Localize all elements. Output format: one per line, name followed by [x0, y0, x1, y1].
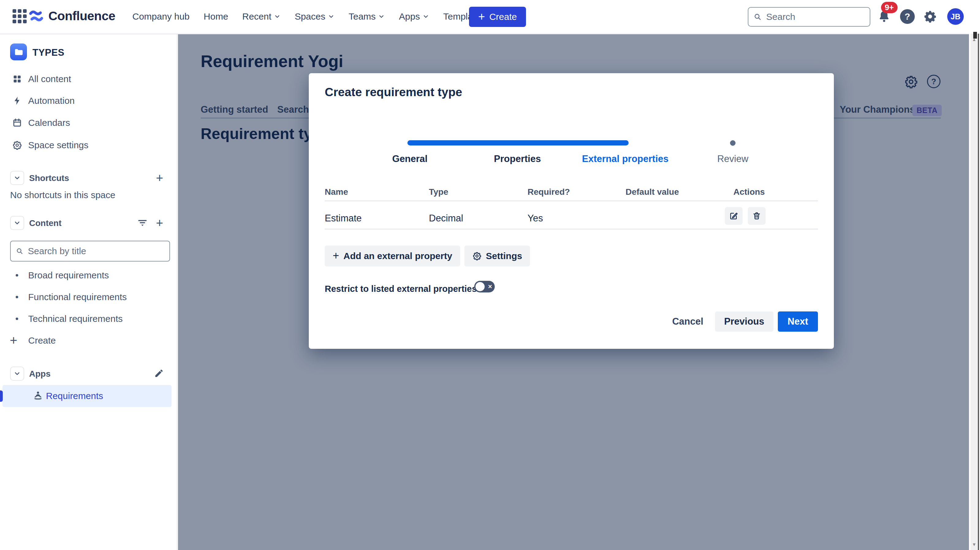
- sidebar-item-space-settings[interactable]: Space settings: [0, 134, 177, 156]
- apps-collapse-button[interactable]: [10, 367, 24, 381]
- help-button[interactable]: ?: [900, 9, 915, 24]
- primary-nav-menu: Company hub Home Recent Spaces Teams App…: [132, 0, 485, 33]
- scroll-down-arrow[interactable]: ▼: [970, 542, 978, 547]
- gear-icon: [12, 140, 22, 150]
- column-header-name: Name: [325, 187, 348, 197]
- content-item-functional-requirements[interactable]: • Functional requirements: [0, 287, 172, 307]
- filter-icon[interactable]: [137, 218, 148, 228]
- search-icon: [16, 247, 24, 255]
- search-by-title-input[interactable]: [27, 246, 164, 257]
- sidebar-create-button[interactable]: + Create: [0, 331, 172, 351]
- column-header-type: Type: [429, 187, 448, 197]
- modal-action-buttons: + Add an external property Settings: [325, 246, 530, 266]
- create-requirement-type-modal: Create requirement type General Properti…: [309, 73, 834, 349]
- global-create-button[interactable]: + Create: [469, 7, 526, 27]
- content-item-broad-requirements[interactable]: • Broad requirements: [0, 265, 172, 285]
- confluence-mark-icon: [28, 8, 44, 24]
- sidebar-item-calendars[interactable]: Calendars: [0, 112, 177, 134]
- scrollbar-track[interactable]: ▲ ▼: [970, 34, 978, 550]
- step-properties[interactable]: Properties: [462, 153, 573, 164]
- column-header-required: Required?: [528, 187, 570, 197]
- add-shortcut-button[interactable]: +: [153, 172, 166, 184]
- global-search[interactable]: [748, 7, 870, 27]
- requirement-yogi-icon: [32, 391, 43, 402]
- chevron-down-icon: [274, 13, 281, 20]
- add-content-button[interactable]: +: [153, 216, 166, 229]
- user-avatar[interactable]: JB: [947, 8, 964, 25]
- content-title-search[interactable]: [10, 241, 170, 262]
- plus-icon: +: [156, 216, 163, 230]
- lightning-bolt-icon: [12, 96, 22, 106]
- nav-item-company-hub[interactable]: Company hub: [132, 11, 189, 22]
- shortcuts-collapse-button[interactable]: [10, 171, 24, 185]
- bullet-icon: •: [15, 270, 19, 280]
- top-navigation-bar: Confluence Company hub Home Recent Space…: [0, 0, 980, 34]
- search-icon: [753, 13, 762, 21]
- edit-pencil-icon: [729, 211, 738, 221]
- toggle-knob: [476, 282, 485, 291]
- previous-button[interactable]: Previous: [715, 312, 773, 332]
- toggle-off-x-icon: ×: [488, 282, 492, 291]
- chevron-down-icon: [13, 370, 21, 377]
- edit-apps-pencil-icon[interactable]: [154, 369, 164, 378]
- chevron-down-icon: [13, 174, 21, 181]
- confluence-logo[interactable]: Confluence: [28, 8, 115, 24]
- sidebar-item-requirements[interactable]: Requirements: [2, 385, 172, 407]
- product-name: Confluence: [48, 9, 115, 23]
- settings-gear-icon[interactable]: [923, 10, 937, 23]
- nav-item-recent[interactable]: Recent: [242, 11, 281, 22]
- requirements-app-label: Requirements: [46, 391, 103, 401]
- step-review[interactable]: Review: [678, 153, 788, 164]
- chevron-down-icon: [328, 13, 334, 20]
- plus-icon: +: [10, 334, 18, 347]
- nav-item-spaces[interactable]: Spaces: [295, 11, 334, 22]
- space-avatar[interactable]: [10, 43, 27, 60]
- next-button[interactable]: Next: [778, 312, 818, 332]
- cell-name: Estimate: [325, 213, 362, 224]
- scrollbar-thumb[interactable]: [973, 32, 977, 38]
- cell-required: Yes: [528, 213, 543, 224]
- search-input[interactable]: [765, 11, 865, 22]
- external-properties-settings-button[interactable]: Settings: [465, 246, 530, 266]
- chevron-down-icon: [378, 13, 385, 20]
- nav-item-apps[interactable]: Apps: [399, 11, 429, 22]
- apps-header: Apps: [29, 369, 51, 379]
- modal-footer: Cancel Previous Next: [665, 312, 818, 332]
- table-header-divider: [325, 200, 818, 201]
- shortcuts-header: Shortcuts: [29, 173, 69, 183]
- restrict-toggle[interactable]: ×: [474, 281, 495, 292]
- step-external-properties[interactable]: External properties: [570, 153, 680, 164]
- content-collapse-button[interactable]: [10, 216, 24, 230]
- nav-item-teams[interactable]: Teams: [348, 11, 385, 22]
- column-header-actions: Actions: [733, 187, 765, 197]
- add-external-property-button[interactable]: + Add an external property: [325, 246, 460, 266]
- table-row-divider: [325, 229, 818, 229]
- folder-icon: [13, 47, 24, 57]
- content-header: Content: [29, 218, 62, 228]
- plus-icon: +: [333, 250, 339, 261]
- grid-icon: [12, 74, 22, 84]
- step-general[interactable]: General: [355, 153, 465, 164]
- bullet-icon: •: [15, 292, 19, 302]
- cell-type: Decimal: [429, 213, 463, 224]
- plus-icon: +: [156, 171, 163, 185]
- gear-icon: [473, 251, 482, 261]
- chevron-down-icon: [422, 13, 429, 20]
- notification-count-badge: 9+: [881, 2, 897, 13]
- edit-row-button[interactable]: [725, 207, 743, 225]
- nav-item-home[interactable]: Home: [204, 11, 228, 22]
- plus-icon: +: [478, 11, 485, 22]
- trash-icon: [752, 211, 761, 221]
- chevron-down-icon: [13, 219, 21, 227]
- content-item-technical-requirements[interactable]: • Technical requirements: [0, 309, 172, 329]
- column-header-default-value: Default value: [625, 187, 679, 197]
- bullet-icon: •: [15, 313, 19, 324]
- sidebar-item-automation[interactable]: Automation: [0, 90, 177, 111]
- sidebar-item-all-content[interactable]: All content: [0, 68, 177, 90]
- space-name: TYPES: [32, 47, 64, 58]
- shortcuts-empty-text: No shortcuts in this space: [10, 190, 116, 200]
- delete-row-button[interactable]: [748, 207, 765, 225]
- stepper-review-dot: [730, 140, 735, 146]
- app-switcher-icon[interactable]: [13, 9, 27, 23]
- cancel-button[interactable]: Cancel: [665, 316, 711, 327]
